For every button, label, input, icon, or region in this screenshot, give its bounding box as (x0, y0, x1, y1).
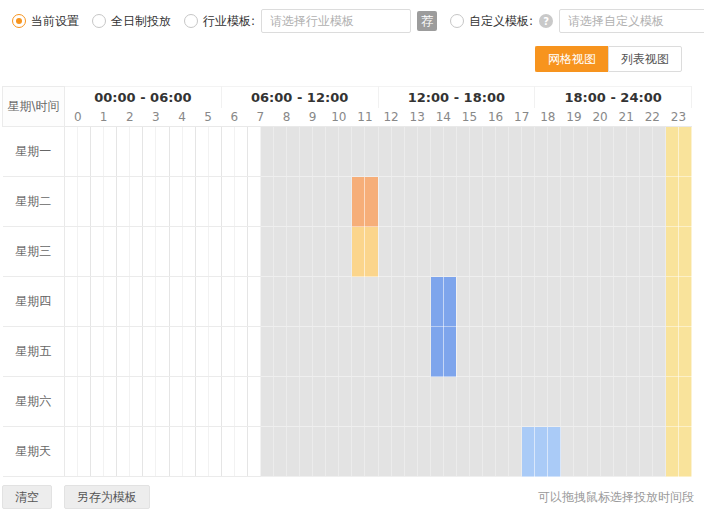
schedule-cell[interactable] (313, 127, 326, 177)
schedule-cell[interactable] (195, 327, 208, 377)
schedule-cell[interactable] (117, 427, 130, 477)
schedule-cell[interactable] (535, 227, 548, 277)
schedule-cell[interactable] (404, 427, 417, 477)
schedule-cell[interactable] (600, 377, 613, 427)
schedule-cell[interactable] (78, 227, 91, 277)
schedule-cell[interactable] (456, 177, 469, 227)
schedule-cell[interactable] (600, 277, 613, 327)
schedule-cell[interactable] (522, 177, 535, 227)
schedule-cell[interactable] (509, 227, 522, 277)
schedule-cell[interactable] (274, 277, 287, 327)
schedule-cell[interactable] (313, 327, 326, 377)
schedule-cell[interactable] (665, 427, 678, 477)
schedule-cell[interactable] (300, 277, 313, 327)
schedule-cell[interactable] (313, 377, 326, 427)
schedule-cell[interactable] (665, 227, 678, 277)
schedule-cell[interactable] (221, 277, 234, 327)
schedule-cell[interactable] (430, 227, 443, 277)
schedule-cell[interactable] (104, 127, 117, 177)
schedule-cell[interactable] (143, 427, 156, 477)
schedule-cell[interactable] (104, 327, 117, 377)
schedule-cell[interactable] (169, 327, 182, 377)
schedule-cell[interactable] (665, 377, 678, 427)
schedule-cell[interactable] (587, 327, 600, 377)
schedule-cell[interactable] (274, 327, 287, 377)
schedule-cell[interactable] (561, 377, 574, 427)
schedule-cell[interactable] (365, 127, 378, 177)
schedule-cell[interactable] (496, 277, 509, 327)
schedule-cell[interactable] (326, 377, 339, 427)
schedule-cell[interactable] (182, 327, 195, 377)
schedule-cell[interactable] (574, 227, 587, 277)
schedule-cell[interactable] (247, 277, 260, 327)
schedule-cell[interactable] (117, 327, 130, 377)
schedule-cell[interactable] (535, 127, 548, 177)
schedule-cell[interactable] (287, 177, 300, 227)
schedule-cell[interactable] (430, 177, 443, 227)
schedule-cell[interactable] (91, 327, 104, 377)
schedule-cell[interactable] (391, 327, 404, 377)
schedule-cell[interactable] (352, 327, 365, 377)
schedule-cell[interactable] (404, 177, 417, 227)
schedule-cell[interactable] (260, 377, 273, 427)
schedule-cell[interactable] (469, 177, 482, 227)
schedule-cell[interactable] (352, 377, 365, 427)
schedule-cell[interactable] (313, 227, 326, 277)
schedule-cell[interactable] (652, 427, 665, 477)
schedule-cell[interactable] (639, 327, 652, 377)
schedule-cell[interactable] (117, 177, 130, 227)
schedule-cell[interactable] (587, 427, 600, 477)
schedule-cell[interactable] (509, 277, 522, 327)
schedule-cell[interactable] (300, 327, 313, 377)
schedule-cell[interactable] (169, 227, 182, 277)
schedule-cell[interactable] (665, 327, 678, 377)
schedule-cell[interactable] (117, 277, 130, 327)
schedule-cell[interactable] (600, 327, 613, 377)
schedule-cell[interactable] (143, 227, 156, 277)
schedule-cell[interactable] (522, 377, 535, 427)
schedule-cell[interactable] (574, 427, 587, 477)
schedule-cell[interactable] (522, 427, 535, 477)
schedule-cell[interactable] (469, 127, 482, 177)
schedule-cell[interactable] (456, 377, 469, 427)
schedule-cell[interactable] (496, 177, 509, 227)
schedule-cell[interactable] (483, 127, 496, 177)
schedule-cell[interactable] (130, 227, 143, 277)
schedule-cell[interactable] (378, 427, 391, 477)
schedule-cell[interactable] (678, 227, 691, 277)
schedule-cell[interactable] (365, 177, 378, 227)
schedule-cell[interactable] (104, 427, 117, 477)
schedule-cell[interactable] (430, 127, 443, 177)
schedule-cell[interactable] (496, 227, 509, 277)
schedule-cell[interactable] (260, 327, 273, 377)
schedule-cell[interactable] (600, 427, 613, 477)
schedule-cell[interactable] (352, 177, 365, 227)
schedule-cell[interactable] (391, 427, 404, 477)
schedule-cell[interactable] (195, 427, 208, 477)
schedule-cell[interactable] (404, 127, 417, 177)
schedule-cell[interactable] (339, 327, 352, 377)
schedule-cell[interactable] (417, 277, 430, 327)
schedule-cell[interactable] (234, 277, 247, 327)
schedule-cell[interactable] (65, 277, 78, 327)
schedule-cell[interactable] (522, 227, 535, 277)
schedule-cell[interactable] (195, 277, 208, 327)
schedule-cell[interactable] (430, 327, 443, 377)
schedule-cell[interactable] (91, 227, 104, 277)
schedule-cell[interactable] (548, 377, 561, 427)
schedule-cell[interactable] (339, 227, 352, 277)
schedule-cell[interactable] (287, 427, 300, 477)
schedule-cell[interactable] (378, 127, 391, 177)
schedule-cell[interactable] (404, 377, 417, 427)
save-as-template-button[interactable]: 另存为模板 (64, 485, 150, 509)
schedule-cell[interactable] (339, 277, 352, 327)
schedule-cell[interactable] (678, 277, 691, 327)
schedule-cell[interactable] (234, 127, 247, 177)
schedule-cell[interactable] (443, 127, 456, 177)
schedule-cell[interactable] (182, 277, 195, 327)
schedule-cell[interactable] (417, 427, 430, 477)
schedule-cell[interactable] (130, 177, 143, 227)
schedule-cell[interactable] (574, 177, 587, 227)
schedule-cell[interactable] (156, 277, 169, 327)
schedule-cell[interactable] (522, 277, 535, 327)
